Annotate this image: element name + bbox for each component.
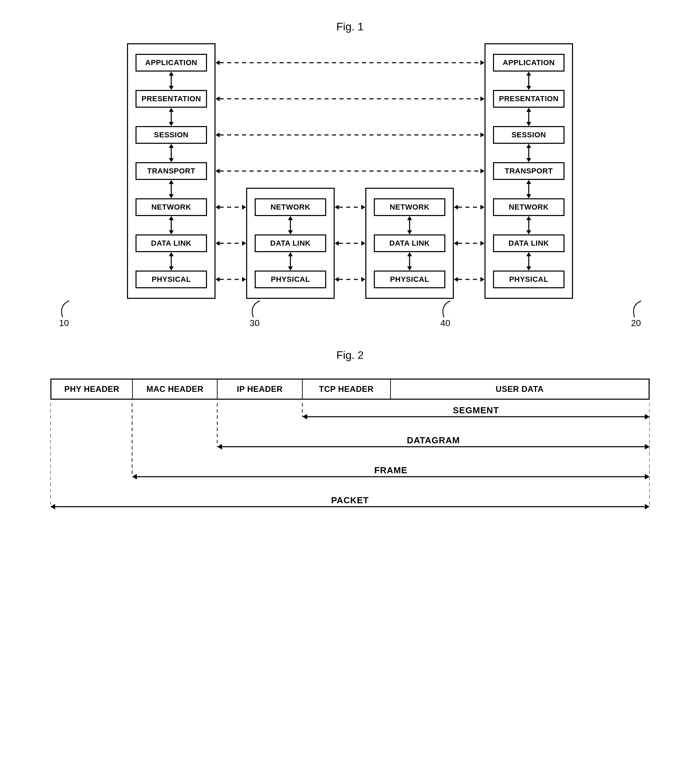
layer-box: NETWORK <box>135 198 207 216</box>
layer-box: PHYSICAL <box>493 271 565 288</box>
svg-marker-94 <box>132 474 137 479</box>
fig1-title: Fig. 1 <box>14 21 686 33</box>
svg-marker-11 <box>169 194 174 198</box>
layer-box: APPLICATION <box>493 54 565 72</box>
extent-label: FRAME <box>374 465 407 476</box>
svg-marker-4 <box>169 108 174 112</box>
svg-marker-88 <box>302 414 307 419</box>
ref-number-label: 10 <box>59 318 69 328</box>
svg-marker-8 <box>169 158 174 162</box>
svg-marker-1 <box>169 72 174 76</box>
svg-marker-46 <box>526 252 531 256</box>
ref-number-mid1: 30 <box>211 300 298 328</box>
svg-marker-23 <box>288 266 293 271</box>
packet-field-cell: PHY HEADER <box>51 380 133 399</box>
ref-number-left: 10 <box>21 300 108 328</box>
svg-marker-29 <box>407 266 412 271</box>
svg-marker-97 <box>51 504 55 509</box>
svg-marker-38 <box>526 158 531 162</box>
vertical-double-arrow-icon <box>525 180 533 198</box>
svg-marker-16 <box>169 252 174 256</box>
layer-box: PHYSICAL <box>255 271 326 288</box>
svg-marker-2 <box>169 86 174 90</box>
extent-label: DATAGRAM <box>407 435 460 446</box>
vertical-double-arrow-icon <box>286 216 295 234</box>
packet-field-cell: IP HEADER <box>217 380 302 399</box>
extent-label: SEGMENT <box>453 405 499 416</box>
svg-marker-89 <box>645 414 649 419</box>
layer-box: PHYSICAL <box>374 271 445 288</box>
svg-marker-26 <box>407 230 412 234</box>
svg-marker-19 <box>288 216 293 220</box>
layer-box: SESSION <box>135 126 207 144</box>
layer-box: DATA LINK <box>255 234 326 252</box>
vertical-double-arrow-icon <box>405 252 414 271</box>
packet-field-cell: TCP HEADER <box>303 380 391 399</box>
layer-box: DATA LINK <box>135 234 207 252</box>
layer-box: DATA LINK <box>493 234 565 252</box>
vertical-double-arrow-icon <box>525 72 533 90</box>
svg-marker-95 <box>645 474 649 479</box>
svg-marker-32 <box>526 86 531 90</box>
svg-marker-13 <box>169 216 174 220</box>
vertical-double-arrow-icon <box>525 216 533 234</box>
svg-marker-22 <box>288 252 293 256</box>
vertical-double-arrow-icon <box>167 216 175 234</box>
ref-number-mid2: 40 <box>402 300 489 328</box>
svg-marker-91 <box>217 444 222 449</box>
svg-marker-92 <box>645 444 649 449</box>
svg-marker-34 <box>526 108 531 112</box>
extent-label: PACKET <box>331 495 369 506</box>
layer-box: PHYSICAL <box>135 271 207 288</box>
svg-marker-14 <box>169 230 174 234</box>
layer-box: PRESENTATION <box>493 90 565 108</box>
svg-marker-47 <box>526 266 531 271</box>
ref-number-right: 20 <box>592 300 679 328</box>
layer-box: TRANSPORT <box>135 162 207 180</box>
packet-field-cell: MAC HEADER <box>133 380 217 399</box>
svg-marker-25 <box>407 216 412 220</box>
packet-field-cell: USER DATA <box>391 380 649 399</box>
fig2: PHY HEADERMAC HEADERIP HEADERTCP HEADERU… <box>14 379 686 527</box>
vertical-double-arrow-icon <box>525 252 533 271</box>
vertical-double-arrow-icon <box>167 144 175 162</box>
vertical-double-arrow-icon <box>167 108 175 126</box>
svg-marker-35 <box>526 122 531 126</box>
layer-box: NETWORK <box>374 198 445 216</box>
vertical-double-arrow-icon <box>525 144 533 162</box>
osi-stack-mid2: NETWORK DATA LINK PHYSICAL <box>365 188 454 299</box>
svg-marker-44 <box>526 230 531 234</box>
layer-box: NETWORK <box>255 198 326 216</box>
ref-number-label: 20 <box>631 318 641 328</box>
svg-marker-40 <box>526 180 531 184</box>
svg-marker-37 <box>526 144 531 148</box>
ref-number-label: 30 <box>250 318 260 328</box>
layer-box: DATA LINK <box>374 234 445 252</box>
svg-marker-31 <box>526 72 531 76</box>
vertical-double-arrow-icon <box>286 252 295 271</box>
vertical-double-arrow-icon <box>167 180 175 198</box>
osi-stack-mid1: NETWORK DATA LINK PHYSICAL <box>246 188 335 299</box>
svg-marker-7 <box>169 144 174 148</box>
layer-box: NETWORK <box>493 198 565 216</box>
fig2-title: Fig. 2 <box>14 349 686 361</box>
svg-marker-5 <box>169 122 174 126</box>
packet-fields-row: PHY HEADERMAC HEADERIP HEADERTCP HEADERU… <box>51 379 649 400</box>
vertical-double-arrow-icon <box>167 252 175 271</box>
osi-stack-left: APPLICATION PRESENTATION SESSION TRANSPO… <box>127 43 216 299</box>
svg-marker-28 <box>407 252 412 256</box>
layer-box: PRESENTATION <box>135 90 207 108</box>
layer-box: SESSION <box>493 126 565 144</box>
fig1: APPLICATION PRESENTATION SESSION TRANSPO… <box>14 43 686 328</box>
svg-marker-43 <box>526 216 531 220</box>
vertical-double-arrow-icon <box>405 216 414 234</box>
svg-marker-20 <box>288 230 293 234</box>
osi-stack-right: APPLICATION PRESENTATION SESSION TRANSPO… <box>484 43 573 299</box>
packet-extents: SEGMENTDATAGRAMFRAMEPACKET <box>51 403 649 527</box>
svg-marker-10 <box>169 180 174 184</box>
ref-number-label: 40 <box>441 318 451 328</box>
layer-box: TRANSPORT <box>493 162 565 180</box>
svg-marker-98 <box>645 504 649 509</box>
svg-marker-41 <box>526 194 531 198</box>
vertical-double-arrow-icon <box>525 108 533 126</box>
